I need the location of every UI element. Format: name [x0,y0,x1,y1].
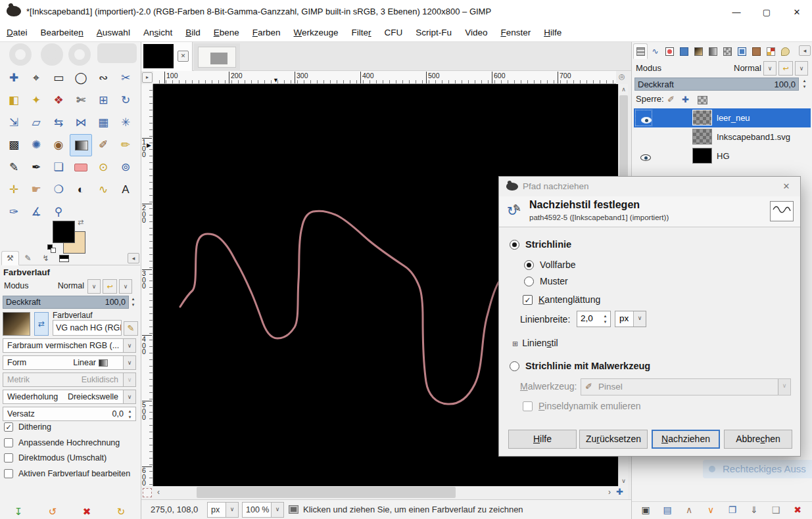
scroll-right-icon[interactable]: › [604,486,615,499]
lock-position-icon[interactable]: ✚ [682,95,689,104]
image-tab-inactive[interactable] [194,43,240,71]
maximize-button[interactable]: ▢ [752,0,782,25]
gradient-edit-icon[interactable]: ✎ [124,321,138,336]
lock-alpha-icon[interactable] [698,96,707,104]
ruler-corner-menu-icon[interactable]: ▸ [142,72,153,83]
save-preset-button[interactable]: ↧ [5,505,32,519]
layer-mask-button[interactable]: ❑ [767,503,784,517]
offset-spinbox[interactable]: Versatz 0,0 ▴▾ [3,407,136,421]
layer-thumbnail[interactable] [692,148,712,164]
tool-warp[interactable]: ▩ [3,134,25,156]
antialiasing-checkbox[interactable]: ✓ [523,295,533,305]
tool-blur[interactable]: ❍ [47,179,70,201]
checkbox[interactable] [4,453,13,463]
tool-paths[interactable]: ∿ [92,179,114,201]
mode-reset-icon[interactable]: ↩ [103,279,117,294]
swap-colors-icon[interactable]: ⇄ [78,218,84,227]
visibility-cell[interactable] [635,129,652,145]
tab-undo-history[interactable]: ↯ [37,251,55,265]
menu-filter[interactable]: Filter [345,25,378,37]
pattern-radio[interactable] [524,277,534,286]
cancel-button[interactable]: Abbrechen [724,430,792,449]
restore-preset-button[interactable]: ↺ [39,505,66,519]
tool-3d-transform[interactable]: ▦ [92,112,114,134]
reset-button[interactable]: Zurücksetzen [579,430,648,449]
menu-hilfe[interactable]: Hilfe [537,25,568,37]
tool-foreground-select[interactable]: ◧ [3,89,25,112]
tool-gradient[interactable] [70,134,92,156]
tool-text[interactable]: A [114,179,137,201]
tab-palettes[interactable] [763,43,778,59]
horizontal-scrollbar[interactable]: ‹ › ✚ [141,486,628,499]
layer-opacity-spinner[interactable]: ▴▾ [801,78,808,91]
lock-pixels-icon[interactable]: ✐ [667,95,675,104]
gradient-preview[interactable] [3,312,30,336]
tool-heal[interactable]: ✛ [3,179,25,201]
mode-dropdown-icon[interactable]: ∨ [763,61,776,76]
menu-cfu[interactable]: CFU [378,25,410,37]
tab-images[interactable] [734,43,749,59]
menu-ansicht[interactable]: Ansicht [137,25,179,37]
menu-script-fu[interactable]: Script-Fu [409,25,458,37]
solid-color-radio[interactable] [524,260,534,270]
scroll-left-icon[interactable]: ‹ [153,486,164,499]
offset-spinner[interactable]: ▴▾ [126,408,133,421]
tab-fg-bg-editor[interactable] [55,251,72,265]
tab-channels[interactable] [662,43,677,59]
visibility-cell[interactable] [635,110,652,126]
tab-paths[interactable]: ∿ [648,43,662,59]
horizontal-scroll-thumb[interactable] [197,487,456,498]
menu-werkzeuge[interactable]: Werkzeuge [287,25,345,37]
tool-shear[interactable]: ▱ [25,112,47,134]
line-width-unit-select[interactable]: px ∨ [615,311,646,327]
tool-zoom[interactable]: ⚲ [47,201,70,223]
menu-ebene[interactable]: Ebene [207,25,246,37]
tool-ellipse-select[interactable]: ◯ [70,67,92,89]
tool-clone[interactable]: ⊙ [92,156,114,179]
tool-paintbrush[interactable]: ✐ [92,134,114,156]
menu-farben[interactable]: Farben [246,25,287,37]
tab-tool-options[interactable]: ⚒ [1,251,19,265]
tool-dodge-burn[interactable]: ◐ [70,179,92,201]
visibility-cell[interactable] [635,148,652,164]
close-button[interactable]: ✕ [782,0,812,25]
duplicate-layer-button[interactable]: ❐ [724,503,741,517]
tab-brushes[interactable] [749,43,763,59]
tool-smudge[interactable]: ☛ [25,179,47,201]
tool-rotate[interactable]: ↻ [114,89,137,112]
dialog-title-bar[interactable]: Pfad nachziehen ✕ [499,177,800,196]
line-style-expander[interactable]: ⊞Linienstil [512,338,558,348]
image-tab-active[interactable]: ✕ [141,42,193,71]
zoom-select[interactable]: 100 % ∨ [242,502,284,518]
gradient-value[interactable]: VG nach HG (RGB) [53,320,122,336]
layer-thumbnail[interactable] [692,110,712,125]
help-button[interactable]: Hilfe [508,430,577,449]
tool-free-select[interactable]: ∾ [92,67,114,89]
stroke-button[interactable]: Nachziehen [652,430,720,449]
tool-align[interactable]: ⌖ [25,67,47,89]
tab-patterns[interactable] [720,43,734,59]
tool-fuzzy-select[interactable]: ✦ [25,89,47,112]
shape-select[interactable]: Form Linear ∨ [3,355,136,370]
reset-tool-button[interactable]: ↻ [108,505,134,519]
collapse-dock-icon[interactable]: ◂ [799,45,811,56]
tool-airbrush[interactable]: ✎ [3,156,25,179]
menu-fenster[interactable]: Fenster [494,25,537,37]
tool-perspective-clone[interactable]: ⊚ [114,156,137,179]
tool-move[interactable]: ✚ [3,67,25,89]
tool-rect-select[interactable]: ▭ [47,67,70,89]
visibility-eye-icon[interactable] [640,154,651,161]
tool-flip[interactable]: ⇆ [47,112,70,134]
checkbox[interactable]: ✓ [4,422,13,432]
scroll-down-icon[interactable]: ∨ [619,476,629,486]
merge-down-button[interactable]: ⇓ [746,503,763,517]
minimize-button[interactable]: — [721,0,752,25]
repeat-select[interactable]: Wiederholung Dreieckswelle ∨ [3,390,136,404]
foreground-color-swatch[interactable] [53,221,75,243]
tool-color-picker[interactable]: ✑ [3,201,25,223]
tab-gradients[interactable] [691,43,705,59]
stroke-line-radio[interactable] [510,240,519,250]
tab-device-status[interactable]: ✎ [19,251,37,265]
delete-preset-button[interactable]: ✖ [74,505,100,519]
tab-document-history[interactable] [778,43,792,59]
